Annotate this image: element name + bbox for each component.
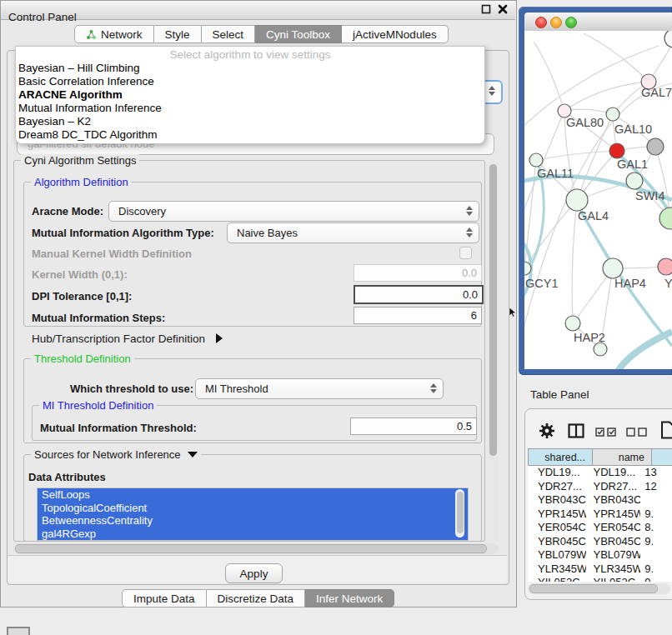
bottom-tab-infer-network[interactable]: Infer Network <box>305 589 394 608</box>
network-node-hap4[interactable] <box>603 258 623 278</box>
which-threshold-combo[interactable]: MI Threshold <box>195 378 444 399</box>
settings-group-title: Cyni Algorithm Settings <box>21 154 139 167</box>
network-node-gal1[interactable] <box>609 143 624 158</box>
attribute-item-topologicalcoefficient[interactable]: TopologicalCoefficient <box>38 502 468 515</box>
table-row[interactable]: YDL19...YDL19...13 <box>528 466 672 480</box>
table-cell: YBL079W <box>586 548 640 562</box>
table-row[interactable]: YIL052CYIL052C9. <box>528 576 672 582</box>
algorithm-option-aracne-algorithm[interactable]: ARACNE Algorithm <box>16 88 484 102</box>
gear-icon[interactable] <box>538 422 556 442</box>
bottom-tab-impute-data[interactable]: Impute Data <box>122 589 207 608</box>
network-canvas[interactable]: GAL7GAL80GAL10GAL1GAL11SWI4GAL4GCY1HAP4Y… <box>524 31 672 369</box>
network-node-gal11[interactable] <box>529 153 543 167</box>
attributes-scrollbar[interactable] <box>455 489 464 538</box>
algorithm-option-basic-correlation-inference[interactable]: Basic Correlation Inference <box>16 75 484 88</box>
close-icon[interactable] <box>498 4 508 17</box>
which-threshold-label: Which threshold to use: <box>70 382 193 395</box>
tab-network[interactable]: Network <box>74 25 154 43</box>
checked-boxes-icon[interactable] <box>595 427 617 439</box>
minimized-panel-icon[interactable] <box>7 627 30 635</box>
network-node[interactable] <box>594 342 607 356</box>
bottom-tab-discretize-data[interactable]: Discretize Data <box>207 589 306 608</box>
document-icon[interactable] <box>660 421 672 442</box>
attribute-item-betweennesscentrality[interactable]: BetweennessCentrality <box>38 514 468 528</box>
mi-algorithm-type-combo[interactable]: Naive Bayes <box>227 222 479 243</box>
network-node-gal4[interactable] <box>566 189 588 211</box>
sources-group-title[interactable]: Sources for Network Inference <box>31 448 201 461</box>
settings-horizontal-scrollbar[interactable] <box>13 543 499 554</box>
settings-horizontal-scrollbar-thumb[interactable] <box>15 544 487 553</box>
table-cell: YDR27... <box>528 480 586 494</box>
network-node[interactable] <box>664 31 672 48</box>
network-graph: GAL7GAL80GAL10GAL1GAL11SWI4GAL4GCY1HAP4Y… <box>524 31 672 369</box>
hub-definition-expander[interactable]: Hub/Transcription Factor Definition <box>32 332 223 345</box>
kernel-width-field[interactable]: 0.0 <box>354 264 482 282</box>
algorithm-option-bayesian-hill-climbing[interactable]: Bayesian – Hill Climbing <box>16 62 484 75</box>
table-cell: YBL079W <box>528 548 586 562</box>
table-row[interactable]: YBR043CYBR043C <box>528 493 672 508</box>
table-cell: YDL19... <box>586 466 640 480</box>
table-horizontal-scrollbar-thumb[interactable] <box>529 584 658 593</box>
minimize-traffic-light-icon[interactable] <box>550 17 562 28</box>
mi-steps-field[interactable]: 6 <box>354 307 482 324</box>
spinner-arrows-icon <box>429 382 436 394</box>
column-header-name[interactable]: name <box>592 448 652 466</box>
table-row[interactable]: YBR045CYBR045C9. <box>528 535 672 549</box>
table-row[interactable]: YER054CYER054C8. <box>528 521 672 535</box>
apply-button[interactable]: Apply <box>225 563 283 583</box>
mi-threshold-field[interactable]: 0.5 <box>350 418 477 435</box>
network-window-titlebar[interactable] <box>524 12 672 32</box>
dpi-tolerance-field[interactable]: 0.0 <box>354 285 484 304</box>
aracne-mode-value: Discovery <box>118 205 166 218</box>
aracne-mode-combo[interactable]: Discovery <box>108 201 479 222</box>
network-node-hap2[interactable] <box>565 316 580 331</box>
tab-style[interactable]: Style <box>154 25 202 43</box>
network-node-label: SWI4 <box>635 189 664 202</box>
column-header-2[interactable] <box>651 448 672 466</box>
network-node-swi4[interactable] <box>626 172 643 189</box>
tab-label: Network <box>101 28 143 41</box>
table-cell: 13 <box>640 466 672 480</box>
split-panel-icon[interactable] <box>568 423 584 441</box>
settings-vertical-scrollbar-thumb[interactable] <box>489 164 497 456</box>
table-row[interactable]: YDR27...YDR27...12 <box>528 480 672 494</box>
table-row[interactable]: YLR345WYLR345W9. <box>528 562 672 577</box>
attribute-item-gal4rgexp[interactable]: gal4RGexp <box>38 528 468 541</box>
tab-cyni-toolbox[interactable]: Cyni Toolbox <box>255 25 342 43</box>
table-row[interactable]: YBL079WYBL079W <box>528 548 672 562</box>
table-cell: 12 <box>640 480 672 494</box>
attributes-scrollbar-thumb[interactable] <box>457 492 464 533</box>
network-edge <box>572 200 577 323</box>
kernel-width-value: 0.0 <box>462 267 477 279</box>
table-cell <box>640 548 672 562</box>
column-header-shared[interactable]: shared... <box>528 448 593 466</box>
mi-algorithm-type-label: Mutual Information Algorithm Type: <box>32 227 214 239</box>
network-node-y[interactable] <box>658 258 672 275</box>
algorithm-option-mutual-information-inference[interactable]: Mutual Information Inference <box>16 102 484 115</box>
algorithm-option-bayesian-k2[interactable]: Bayesian – K2 <box>16 115 484 128</box>
network-node-gal10[interactable] <box>606 108 619 121</box>
control-panel-titlebar: Control Panel <box>1 1 515 20</box>
mi-steps-value: 6 <box>471 309 477 322</box>
zoom-traffic-light-icon[interactable] <box>565 17 577 28</box>
table-cell: YPR145W <box>528 508 586 522</box>
unchecked-boxes-icon[interactable] <box>626 427 648 439</box>
table-cell: YDL19... <box>528 466 586 480</box>
threshold-definition-title: Threshold Definition <box>31 352 134 365</box>
table-row[interactable]: YPR145WYPR145W9. <box>528 508 672 522</box>
algorithm-option-dream8-dc-tdc-algorithm[interactable]: Dream8 DC_TDC Algorithm <box>16 128 484 142</box>
attribute-item-selfloops[interactable]: SelfLoops <box>38 488 468 502</box>
manual-kernel-width-checkbox[interactable] <box>459 247 472 259</box>
close-traffic-light-icon[interactable] <box>535 17 547 28</box>
screen: Control Panel NetworkStyleSelectCyni Too… <box>0 0 672 635</box>
bottom-tab-label: Discretize Data <box>218 592 294 605</box>
table-horizontal-scrollbar[interactable] <box>528 583 670 594</box>
tab-select[interactable]: Select <box>202 25 256 43</box>
network-node[interactable] <box>659 208 672 229</box>
network-node[interactable] <box>647 138 664 155</box>
mi-threshold-value: 0.5 <box>457 420 472 432</box>
float-window-icon[interactable] <box>481 4 491 17</box>
settings-vertical-scrollbar[interactable] <box>488 161 499 543</box>
table-cell: YER054C <box>586 521 640 535</box>
tab-jactivemnodules[interactable]: jActiveMNodules <box>342 25 449 43</box>
